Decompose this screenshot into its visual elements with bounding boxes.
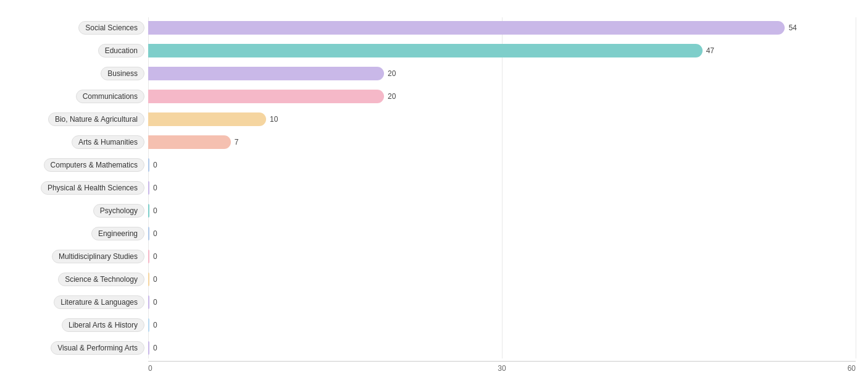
bar-fill xyxy=(148,67,384,80)
bar-fill xyxy=(148,318,149,332)
bar-fill xyxy=(148,341,149,355)
bar-row: Multidisciplinary Studies0 xyxy=(12,246,856,267)
x-tick: 30 xyxy=(384,364,620,373)
bar-label: Science & Technology xyxy=(58,273,144,286)
bar-value-label: 0 xyxy=(153,229,157,238)
bar-label: Visual & Performing Arts xyxy=(51,341,144,355)
bar-row: Bio, Nature & Agricultural10 xyxy=(12,109,856,130)
bar-fill xyxy=(148,112,266,126)
bar-value-label: 0 xyxy=(153,252,157,261)
bar-label: Literature & Languages xyxy=(54,295,144,309)
bar-label: Communications xyxy=(76,90,144,103)
bar-fill xyxy=(148,21,785,35)
bar-row: Physical & Health Sciences0 xyxy=(12,177,856,198)
bar-label: Arts & Humanities xyxy=(72,135,144,149)
bar-row: Liberal Arts & History0 xyxy=(12,315,856,336)
bar-label: Computers & Mathematics xyxy=(44,158,144,172)
bar-value-label: 0 xyxy=(153,298,157,307)
bar-fill xyxy=(148,44,703,57)
bar-value-label: 47 xyxy=(706,46,714,55)
bar-label: Business xyxy=(101,67,144,80)
bar-fill xyxy=(148,204,149,218)
bar-fill xyxy=(148,295,149,309)
bar-row: Computers & Mathematics0 xyxy=(12,155,856,176)
bar-row: Business20 xyxy=(12,63,856,84)
bar-value-label: 0 xyxy=(153,275,157,284)
x-tick: 60 xyxy=(620,364,856,373)
bar-label: Multidisciplinary Studies xyxy=(52,250,144,263)
grid-line xyxy=(856,17,856,358)
bar-label: Psychology xyxy=(93,204,144,218)
bar-value-label: 0 xyxy=(153,206,157,215)
bar-fill xyxy=(148,273,149,286)
bar-row: Visual & Performing Arts0 xyxy=(12,337,856,358)
bar-fill xyxy=(148,158,149,172)
bar-fill xyxy=(148,181,149,195)
bar-value-label: 7 xyxy=(235,138,239,146)
bars-section: Social Sciences54Education47Business20Co… xyxy=(12,17,856,358)
bar-label: Bio, Nature & Agricultural xyxy=(48,112,144,126)
x-axis: 03060 xyxy=(148,361,856,373)
bar-fill xyxy=(148,227,149,240)
bar-fill xyxy=(148,250,149,263)
bar-fill xyxy=(148,135,231,149)
bar-label: Liberal Arts & History xyxy=(62,318,144,332)
bar-value-label: 20 xyxy=(388,92,396,101)
bar-value-label: 0 xyxy=(153,344,157,352)
bar-value-label: 10 xyxy=(270,115,278,124)
bar-value-label: 20 xyxy=(388,69,396,78)
bar-value-label: 0 xyxy=(153,321,157,329)
bar-value-label: 0 xyxy=(153,161,157,169)
bar-label: Education xyxy=(98,44,144,57)
bar-row: Engineering0 xyxy=(12,223,856,244)
bar-fill xyxy=(148,90,384,103)
x-tick: 0 xyxy=(148,364,384,373)
bar-row: Communications20 xyxy=(12,86,856,107)
bar-row: Psychology0 xyxy=(12,200,856,221)
bar-row: Arts & Humanities7 xyxy=(12,132,856,153)
bar-row: Literature & Languages0 xyxy=(12,292,856,313)
bar-row: Education47 xyxy=(12,40,856,61)
bar-label: Social Sciences xyxy=(78,21,144,35)
bar-label: Engineering xyxy=(91,227,144,240)
bar-value-label: 0 xyxy=(153,184,157,192)
bar-label: Physical & Health Sciences xyxy=(41,181,144,195)
chart-area: Social Sciences54Education47Business20Co… xyxy=(12,17,856,373)
bar-value-label: 54 xyxy=(788,23,796,32)
bar-row: Science & Technology0 xyxy=(12,269,856,290)
bar-row: Social Sciences54 xyxy=(12,17,856,38)
